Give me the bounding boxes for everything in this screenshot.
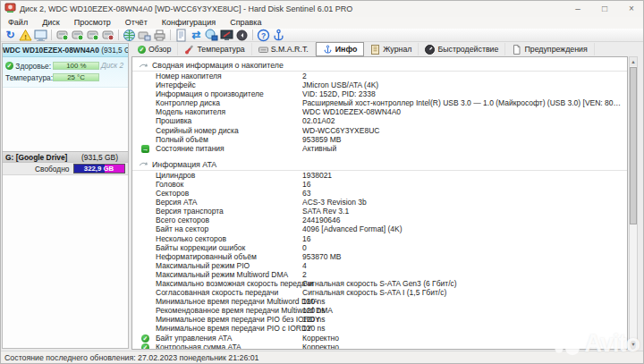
- menu-item-0[interactable]: Файл: [1, 17, 35, 29]
- menu-item-4[interactable]: Конфигурация: [155, 17, 223, 29]
- tab-performance[interactable]: Быстродействие: [419, 43, 505, 55]
- info-row: Головок16: [132, 180, 627, 189]
- row-value: 63: [302, 189, 623, 198]
- performance-icon: [425, 45, 435, 55]
- tab-info[interactable]: Инфо: [316, 42, 365, 56]
- row-label: Согласованная скорость передачи: [156, 288, 278, 297]
- scroll-up-arrow[interactable]: ▲: [630, 57, 637, 66]
- usb-disk-red-icon[interactable]: [100, 29, 115, 42]
- row-label: Максимально возможная скорость передачи: [156, 279, 313, 288]
- usb-disk-green-2-icon[interactable]: [70, 29, 85, 42]
- menu-item-2[interactable]: Просмотр: [67, 17, 118, 29]
- info-row: Максимальный режим Multiword DMA2: [132, 270, 627, 279]
- row-label: Байт управления ATA: [156, 334, 232, 343]
- ok-check-icon: ✓: [141, 334, 149, 343]
- smart-icon: [258, 45, 268, 55]
- free-space-value: 322,9 GB: [74, 165, 124, 174]
- row-value: 1938021: [302, 171, 623, 180]
- remote-desktop-icon[interactable]: [219, 29, 234, 42]
- tab-alerts[interactable]: Предупреждения: [505, 43, 594, 55]
- tab-bar: ✓ОбзорТемператураS.M.A.R.T.ИнфоЖурналБыс…: [131, 42, 638, 56]
- info-row: Максимально возможная скорость передачиС…: [132, 279, 627, 288]
- row-label: Головок: [156, 180, 183, 189]
- row-value: WDC WD10EZEX-08WN4A0: [302, 107, 623, 116]
- help-icon[interactable]: ?: [256, 29, 271, 42]
- vertical-scrollbar[interactable]: ▲ ▼: [629, 56, 638, 350]
- refresh-icon[interactable]: ↻: [3, 29, 18, 42]
- usb-disk-green-1-icon[interactable]: [55, 29, 70, 42]
- sound-icon[interactable]: [234, 29, 250, 42]
- tab-label: Обзор: [148, 45, 171, 54]
- row-label: Контрольная сумма ATA: [156, 343, 242, 350]
- info-anchor-icon[interactable]: [271, 29, 286, 42]
- row-value: Сигнальная скорость S-ATA Gen3 (6 Гбит/с…: [302, 279, 623, 288]
- info-row: Максимальный режим PIO4: [132, 261, 627, 270]
- row-value: SATA Rev 3.1: [302, 207, 623, 216]
- report-icon[interactable]: [174, 29, 189, 42]
- tab-temperature[interactable]: Температура: [178, 43, 251, 55]
- scroll-down-arrow[interactable]: ▼: [630, 340, 637, 349]
- network-icon[interactable]: [204, 29, 219, 42]
- row-value: 120 ns: [302, 315, 623, 324]
- toolbar-separator: [51, 30, 52, 40]
- info-row: Номер накопителя2: [132, 72, 627, 80]
- row-label: Максимальный режим PIO: [156, 261, 250, 270]
- title-bar: Диск 2, WDC WD10EZEX-08WN4A0 [WD-WCC6Y3Y…: [1, 1, 644, 17]
- health-ok-icon: ✓: [5, 62, 13, 70]
- minimize-button[interactable]: –: [564, 1, 591, 17]
- partition-item[interactable]: G: [Google Drive] (931,5 GB) Свободно 32…: [3, 151, 128, 175]
- usb-disk-green-3-icon[interactable]: [85, 29, 100, 42]
- row-value: 2: [302, 270, 623, 279]
- menu-item-1[interactable]: Диск: [35, 17, 67, 29]
- maximize-button[interactable]: □: [591, 1, 618, 17]
- info-row: Цилиндров1938021: [132, 171, 627, 180]
- tab-overview[interactable]: ✓Обзор: [131, 43, 178, 55]
- sync-icon[interactable]: ⇄: [189, 29, 204, 42]
- monitor-icon[interactable]: [33, 29, 48, 42]
- menu-bar: ФайлДискПросмотрОтчётКонфигурацияСправка: [1, 17, 644, 29]
- drive-health-box: ✓ Здоровье: 100 % Диск 2 Температура: 25…: [3, 57, 128, 88]
- menu-item-5[interactable]: Справка: [223, 17, 268, 29]
- close-button[interactable]: ×: [618, 1, 644, 17]
- info-row: Версия ATAACS-3 Revision 3b: [132, 198, 627, 207]
- warning-icon[interactable]: !: [18, 29, 33, 42]
- temperature-label: Температура:: [5, 73, 53, 82]
- partition-name: G: [Google Drive]: [5, 152, 67, 162]
- row-label: Контроллер диска: [156, 98, 220, 107]
- info-row: Модель накопителяWDC WD10EZEX-08WN4A0: [132, 107, 627, 116]
- ok-check-icon: ✓: [141, 343, 149, 350]
- section-title-text: Сводная информация о накопителе: [152, 61, 284, 70]
- window-title: Диск 2, WDC WD10EZEX-08WN4A0 [WD-WCC6Y3Y…: [20, 4, 352, 13]
- section-collapse-icon[interactable]: [139, 160, 148, 168]
- scrollbar-thumb[interactable]: [630, 67, 637, 224]
- info-anchor-icon: [323, 45, 333, 55]
- tab-smart[interactable]: S.M.A.R.T.: [252, 43, 316, 55]
- tab-journal[interactable]: Журнал: [364, 43, 419, 55]
- info-row: Байт на сектор4096 [Advanced Format] (4K…: [132, 224, 627, 233]
- row-value: Корректно: [302, 334, 623, 343]
- row-label: Интерфейс: [156, 80, 196, 89]
- row-label: Цилиндров: [156, 171, 195, 180]
- drive-size-value: (931,5 GB): [101, 46, 128, 55]
- disk-number-tag: Диск 2: [101, 62, 123, 70]
- section-title: Сводная информация о накопителе: [132, 60, 627, 72]
- row-label: Состояние питания: [156, 144, 225, 153]
- row-label: Максимальный режим Multiword DMA: [156, 270, 288, 279]
- menu-item-3[interactable]: Отчёт: [118, 17, 155, 29]
- warnings-page-icon: [512, 45, 521, 55]
- section-title: Информация ATA: [132, 159, 627, 171]
- row-value: 120 ns: [302, 324, 623, 333]
- globe-icon[interactable]: [122, 29, 137, 42]
- disk-tools-icon[interactable]: [137, 29, 152, 42]
- row-label: Серийный номер диска: [156, 126, 239, 135]
- row-value: JMicron USB/ATA (4K): [302, 80, 623, 89]
- section-collapse-icon[interactable]: [139, 62, 148, 70]
- info-row: Серийный номер дискаWD-WCC6Y3YXE8UC: [132, 126, 627, 135]
- selected-drive-item[interactable]: WDC WD10EZEX-08WN4A0 (931,5 GB): [3, 44, 128, 57]
- toolbar-separator: [252, 30, 253, 40]
- info-row: Байты коррекции ошибок0: [132, 243, 627, 252]
- info-row: Секторов63: [132, 189, 627, 198]
- row-label: Версия ATA: [156, 198, 197, 207]
- info-row: Согласованная скорость передачиСигнальна…: [132, 288, 627, 297]
- disk-print-icon[interactable]: [152, 29, 167, 42]
